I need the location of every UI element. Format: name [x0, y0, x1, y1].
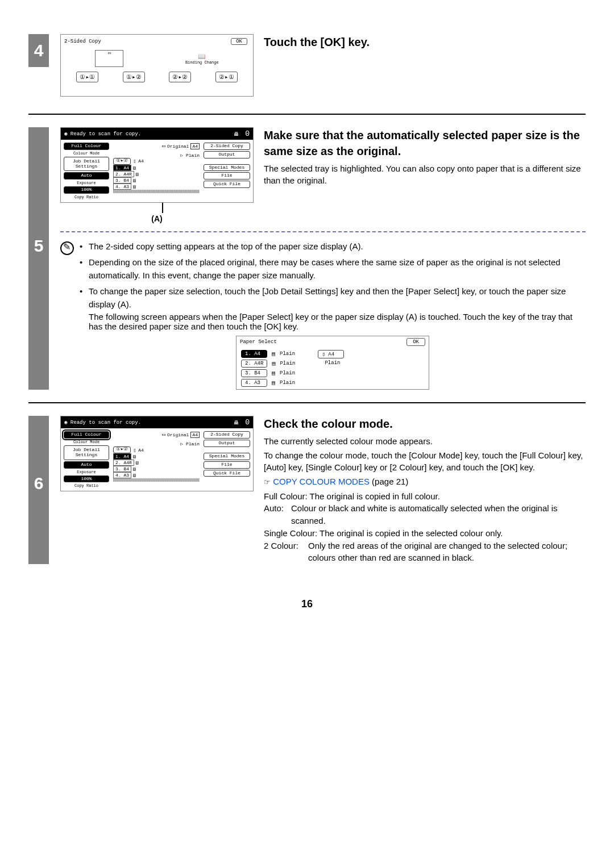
lcd-status: Ready to scan for copy. — [70, 420, 141, 425]
paper-size: A4 — [138, 448, 144, 453]
full-colour-button[interactable]: Full Colour — [64, 431, 109, 439]
paper-select-ok-button[interactable]: OK — [406, 338, 425, 346]
step-4-text: Touch the [OK] key. — [264, 34, 370, 53]
label-A: (A) — [60, 214, 254, 223]
file-button[interactable]: File — [204, 461, 250, 469]
tray-2[interactable]: 2. A4R — [113, 460, 134, 466]
step-6-number: 6 — [28, 467, 49, 500]
special-modes-button[interactable]: Special Modes — [204, 164, 250, 172]
original-label: Original — [167, 144, 189, 149]
output-button[interactable]: Output — [204, 151, 250, 158]
section-divider — [28, 114, 586, 115]
opt-1-2[interactable]: ①▸② — [123, 72, 145, 82]
def-auto-text: Colour or black and white is automatical… — [291, 502, 586, 527]
doc-icon: ▭ — [162, 143, 165, 149]
twosided-options: ①▸① ①▸② ②▸② ②▸① — [64, 72, 250, 82]
def-single-colour: Single Colour: The original is copied in… — [264, 527, 586, 540]
quick-file-button[interactable]: Quick File — [204, 470, 250, 477]
step-6-content: ◉ Ready to scan for copy. 🖶 0 Full Colou… — [49, 416, 586, 564]
twosided-icon[interactable]: ①▸② — [113, 158, 131, 165]
original-size: A4 — [190, 143, 200, 149]
colour-mode-label: Colour Mode — [64, 440, 109, 444]
file-button[interactable]: File — [204, 172, 250, 180]
def-auto-label: Auto: — [264, 502, 291, 527]
step-6: 6 ◉ Ready to scan for copy. 🖶 0 Full Col… — [28, 416, 586, 564]
ratio-button[interactable]: 100% — [64, 186, 109, 194]
opt-1-1[interactable]: ①▸① — [76, 72, 98, 82]
twosided-icon[interactable]: ①▸② — [113, 446, 131, 453]
step-4-content: 2-Sided Copy OK ▭ 📖 Binding Change ①▸① ①… — [49, 34, 586, 97]
exposure-label: Exposure — [64, 470, 109, 474]
lcd-status: Ready to scan for copy. — [70, 131, 141, 137]
opt-2-2[interactable]: ②▸② — [169, 72, 191, 82]
link-line: ☞ COPY COLOUR MODES (page 21) — [264, 475, 586, 487]
tray-1[interactable]: 1. A4 — [113, 165, 131, 171]
quick-file-button[interactable]: Quick File — [204, 181, 250, 188]
step-4-lcd: 2-Sided Copy OK ▭ 📖 Binding Change ①▸① ①… — [60, 34, 254, 97]
step-6-heading: Check the colour mode. — [264, 416, 586, 432]
two-sided-copy-button[interactable]: 2-Sided Copy — [204, 431, 250, 439]
paper-select-title: Paper Select — [240, 339, 277, 345]
step-6-lcd: ◉ Ready to scan for copy. 🖶 0 Full Colou… — [60, 416, 254, 491]
full-colour-button[interactable]: Full Colour — [64, 143, 109, 150]
step-5-body: ◉ Ready to scan for copy. 🖶 0 Full Colou… — [49, 127, 586, 390]
tray-4[interactable]: 4. A3 — [113, 183, 131, 190]
step-4: 4 2-Sided Copy OK ▭ 📖 Binding Change ①▸①… — [28, 34, 586, 97]
job-detail-button[interactable]: Job Detail Settings — [64, 445, 109, 460]
auto-button[interactable]: Auto — [64, 172, 109, 180]
copy-ratio-label: Copy Ratio — [64, 195, 109, 199]
paper-size: A4 — [138, 158, 144, 164]
ps-row-4[interactable]: 4. A3 — [241, 379, 267, 387]
tray-icon: ▯ — [133, 158, 136, 164]
pointer-icon: ☞ — [264, 478, 271, 486]
doc-icon: ▭ — [162, 431, 165, 438]
output-button[interactable]: Output — [204, 440, 250, 447]
dashed-divider — [60, 231, 586, 232]
step-5-lcd: ◉ Ready to scan for copy. 🖶 0 Full Colou… — [60, 127, 254, 203]
step-number-column: 6 — [28, 416, 49, 564]
special-modes-button[interactable]: Special Modes — [204, 453, 250, 460]
ps-row-3[interactable]: 3. B4 — [241, 369, 267, 377]
def-2colour-text: Only the red areas of the original are c… — [308, 540, 586, 565]
step-number-column: 4 — [28, 34, 49, 97]
job-detail-button[interactable]: Job Detail Settings — [64, 157, 109, 172]
tray-3[interactable]: 3. B4 — [113, 177, 131, 183]
tray-3[interactable]: 3. B4 — [113, 466, 131, 472]
two-sided-copy-button[interactable]: 2-Sided Copy — [204, 143, 250, 150]
counter: 0 — [245, 418, 250, 427]
bullet-3: To change the paper size selection, touc… — [80, 285, 586, 311]
print-icon: 🖶 — [234, 420, 239, 426]
status-icon: ◉ — [64, 419, 67, 425]
copy-ratio-label: Copy Ratio — [64, 483, 109, 488]
arrow-down-icon — [162, 203, 163, 213]
ps-side-type: Plain — [325, 360, 340, 366]
ratio-button[interactable]: 100% — [64, 475, 109, 483]
original-size: A4 — [190, 432, 200, 438]
paper-type: Plain — [186, 441, 200, 446]
bullet-2: Depending on the size of the placed orig… — [80, 256, 586, 282]
tray-2[interactable]: 2. A4R — [113, 171, 134, 177]
step-5-text: Make sure that the automatically selecte… — [264, 127, 586, 189]
bullet-1: The 2-sided copy setting appears at the … — [80, 240, 586, 253]
step-5-heading: Make sure that the automatically selecte… — [264, 127, 586, 159]
binding-change[interactable]: 📖 Binding Change — [185, 53, 219, 65]
tray-4[interactable]: 4. A3 — [113, 472, 131, 478]
step-4-heading: Touch the [OK] key. — [264, 34, 370, 50]
ps-side-size[interactable]: ▯ A4 — [318, 350, 344, 358]
note-block: The 2-sided copy setting appears at the … — [60, 240, 586, 390]
status-icon: ◉ — [64, 131, 67, 137]
original-label: Original — [167, 432, 189, 437]
step-5-desc: The selected tray is highlighted. You ca… — [264, 162, 586, 186]
ps-row-1[interactable]: 1. A4 — [241, 350, 267, 358]
step-6-p1: The currently selected colour mode appea… — [264, 435, 586, 447]
opt-2-1[interactable]: ②▸① — [215, 72, 238, 82]
colour-mode-label: Colour Mode — [64, 151, 109, 156]
auto-button[interactable]: Auto — [64, 461, 109, 469]
step-5: 5 ◉ Ready to scan for copy. 🖶 0 Full Col… — [28, 127, 586, 390]
exposure-label: Exposure — [64, 181, 109, 185]
copy-colour-modes-link[interactable]: COPY COLOUR MODES — [273, 477, 370, 486]
ps-row-2[interactable]: 2. A4R — [241, 360, 267, 368]
lcd-title: 2-Sided Copy — [64, 39, 101, 44]
ok-button[interactable]: OK — [231, 38, 247, 45]
tray-1[interactable]: 1. A4 — [113, 453, 131, 460]
